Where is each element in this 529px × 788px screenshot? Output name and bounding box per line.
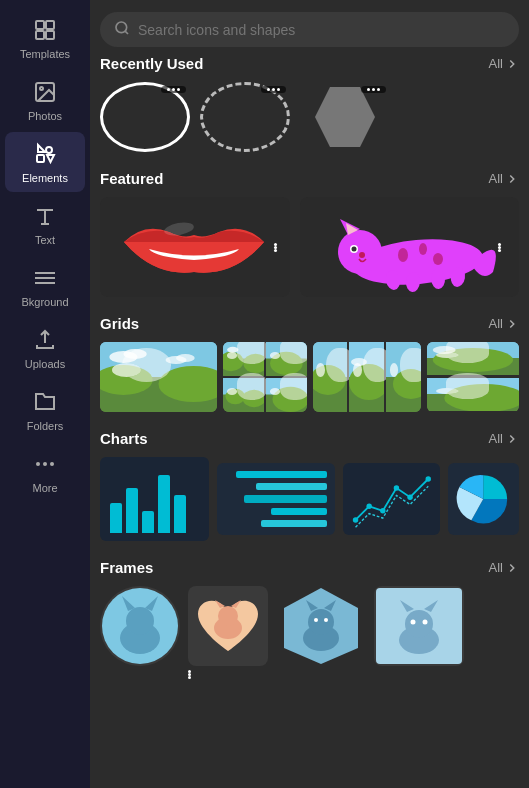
hbar-3 bbox=[244, 495, 327, 502]
grid-landscape-9 bbox=[427, 342, 519, 375]
sidebar-item-label: Templates bbox=[20, 48, 70, 60]
grids-row bbox=[100, 342, 519, 412]
sidebar-item-folders[interactable]: Folders bbox=[5, 380, 85, 440]
section-title-charts: Charts bbox=[100, 430, 148, 447]
grid-2x2[interactable] bbox=[223, 342, 307, 412]
section-all-recently-used[interactable]: All bbox=[489, 56, 519, 71]
svg-point-19 bbox=[116, 22, 127, 33]
hexagon bbox=[315, 87, 375, 147]
featured-row bbox=[100, 197, 519, 297]
frame-hexagon[interactable] bbox=[276, 586, 366, 666]
sidebar-item-templates[interactable]: Templates bbox=[5, 8, 85, 68]
section-title-featured: Featured bbox=[100, 170, 163, 187]
charts-row bbox=[100, 457, 519, 541]
svg-point-97 bbox=[324, 618, 328, 622]
featured-leopard[interactable] bbox=[300, 197, 519, 297]
shape-oval-solid[interactable] bbox=[100, 82, 190, 152]
more-button-hexagon[interactable] bbox=[361, 86, 386, 93]
sidebar-item-text[interactable]: Text bbox=[5, 194, 85, 254]
scroll-content: Recently Used All bbox=[90, 55, 529, 788]
chart-bar-vertical[interactable] bbox=[100, 457, 209, 541]
more-button-lips[interactable] bbox=[274, 243, 277, 252]
section-all-frames[interactable]: All bbox=[489, 560, 519, 575]
frame-rectangle[interactable] bbox=[374, 586, 464, 666]
frame-circle-svg bbox=[100, 586, 180, 666]
svg-point-65 bbox=[351, 358, 367, 366]
chart-line[interactable] bbox=[343, 463, 441, 535]
svg-point-16 bbox=[36, 462, 40, 466]
shape-hexagon[interactable] bbox=[300, 82, 390, 152]
grid-2row[interactable] bbox=[427, 342, 519, 412]
sidebar-item-label: Text bbox=[35, 234, 55, 246]
grid-3col[interactable] bbox=[313, 342, 422, 412]
section-all-featured[interactable]: All bbox=[489, 171, 519, 186]
sidebar-item-label: More bbox=[32, 482, 57, 494]
sidebar-item-label: Bkground bbox=[21, 296, 68, 308]
section-grids: Grids All bbox=[100, 315, 519, 412]
pie-chart-svg bbox=[456, 467, 511, 531]
svg-line-20 bbox=[125, 31, 128, 34]
grid-landscape-2 bbox=[223, 342, 264, 376]
section-featured: Featured All bbox=[100, 170, 519, 297]
svg-point-81 bbox=[425, 476, 430, 481]
grid-landscape-4 bbox=[223, 378, 264, 412]
section-header-charts: Charts All bbox=[100, 430, 519, 447]
hbar-2 bbox=[256, 483, 327, 490]
frame-circle[interactable] bbox=[100, 586, 180, 666]
svg-point-51 bbox=[270, 352, 303, 375]
svg-point-76 bbox=[352, 517, 357, 522]
svg-point-31 bbox=[433, 253, 443, 265]
chart-pie[interactable] bbox=[448, 463, 519, 535]
svg-point-17 bbox=[43, 462, 47, 466]
bar-5 bbox=[174, 495, 186, 533]
svg-point-79 bbox=[393, 485, 398, 490]
more-button-frame-heart[interactable] bbox=[188, 670, 268, 679]
chart-bar-horizontal[interactable] bbox=[217, 463, 334, 535]
grid-single[interactable] bbox=[100, 342, 217, 412]
svg-point-75 bbox=[444, 384, 519, 411]
section-all-charts[interactable]: All bbox=[489, 431, 519, 446]
featured-lips[interactable] bbox=[100, 197, 290, 297]
sidebar-item-elements[interactable]: Elements bbox=[5, 132, 85, 192]
upload-icon bbox=[31, 326, 59, 354]
svg-point-23 bbox=[338, 230, 382, 274]
bar-3 bbox=[142, 511, 154, 533]
svg-point-27 bbox=[352, 247, 357, 252]
svg-marker-8 bbox=[47, 155, 54, 162]
main-panel: Recently Used All bbox=[90, 0, 529, 788]
search-input[interactable] bbox=[138, 22, 505, 38]
svg-point-30 bbox=[419, 243, 427, 255]
more-icon bbox=[31, 450, 59, 478]
svg-rect-0 bbox=[36, 21, 44, 29]
shapes-icon bbox=[31, 140, 59, 168]
svg-rect-7 bbox=[37, 155, 44, 162]
more-button-oval[interactable] bbox=[161, 86, 186, 93]
grid-landscape-8 bbox=[386, 342, 421, 412]
section-header-recently-used: Recently Used All bbox=[100, 55, 519, 72]
sidebar-item-more[interactable]: More bbox=[5, 442, 85, 502]
svg-point-84 bbox=[126, 607, 154, 635]
svg-point-5 bbox=[40, 87, 43, 90]
grid-landscape-10 bbox=[427, 378, 519, 411]
sidebar-item-uploads[interactable]: Uploads bbox=[5, 318, 85, 378]
more-button-oval-dashed[interactable] bbox=[261, 86, 286, 93]
svg-point-88 bbox=[218, 606, 238, 626]
svg-point-48 bbox=[227, 347, 238, 353]
frame-rect-svg bbox=[374, 586, 464, 666]
frame-heart[interactable] bbox=[188, 586, 268, 666]
section-header-featured: Featured All bbox=[100, 170, 519, 187]
sidebar-item-background[interactable]: Bkground bbox=[5, 256, 85, 316]
section-header-grids: Grids All bbox=[100, 315, 519, 332]
sidebar-item-photos[interactable]: Photos bbox=[5, 70, 85, 130]
section-recently-used: Recently Used All bbox=[100, 55, 519, 152]
sidebar: Templates Photos Elements bbox=[0, 0, 90, 788]
frame-heart-svg bbox=[188, 586, 268, 666]
svg-rect-1 bbox=[46, 21, 54, 29]
shape-oval-dashed[interactable] bbox=[200, 82, 290, 152]
svg-point-72 bbox=[433, 346, 456, 354]
more-button-leopard[interactable] bbox=[498, 243, 501, 252]
svg-point-18 bbox=[50, 462, 54, 466]
svg-point-96 bbox=[314, 618, 318, 622]
section-all-grids[interactable]: All bbox=[489, 316, 519, 331]
svg-point-71 bbox=[433, 348, 513, 372]
